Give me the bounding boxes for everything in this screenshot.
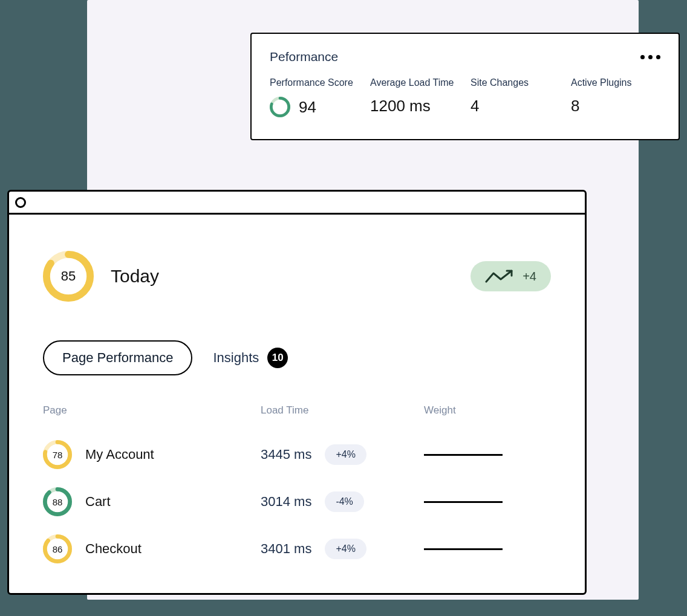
stat-site-changes: Site Changes 4 [470, 77, 555, 117]
window-control-icon[interactable] [15, 197, 26, 208]
stat-label: Site Changes [470, 77, 555, 88]
stat-active-plugins: Active Plugins 8 [571, 77, 656, 117]
trend-pill[interactable]: +4 [470, 261, 551, 291]
today-score-ring: 85 [43, 251, 94, 302]
trend-delta-value: +4 [523, 270, 536, 284]
row-weight-sparkline [424, 501, 503, 503]
stat-value: 1200 ms [370, 97, 455, 115]
insights-count-badge: 10 [267, 348, 288, 368]
row-load-time: 3401 ms [261, 541, 311, 557]
table-row[interactable]: 86Checkout3401 ms+4% [43, 525, 551, 572]
row-score-value: 86 [43, 534, 72, 563]
column-header-weight: Weight [424, 404, 551, 417]
row-delta-pill: +4% [325, 539, 366, 559]
row-score-ring: 86 [43, 534, 72, 563]
row-delta-pill: -4% [325, 491, 363, 512]
row-page-name: My Account [85, 447, 154, 462]
row-delta-pill: +4% [325, 444, 366, 465]
score-ring-icon [270, 97, 290, 117]
stat-performance-score: Performance Score 94 [270, 77, 354, 117]
page-performance-table: Page Load Time Weight 78My Account3445 m… [43, 404, 551, 572]
performance-card-title: Peformance [270, 50, 338, 64]
more-menu-icon[interactable] [640, 55, 660, 59]
row-score-ring: 88 [43, 487, 72, 516]
stat-label: Performance Score [270, 77, 354, 88]
row-weight-sparkline [424, 548, 503, 550]
row-score-ring: 78 [43, 440, 72, 469]
stat-label: Active Plugins [571, 77, 656, 88]
row-page-name: Checkout [85, 541, 142, 557]
performance-card: Peformance Performance Score 94 Average … [250, 33, 680, 140]
stat-value: 4 [470, 97, 555, 115]
row-load-time: 3445 ms [261, 447, 311, 462]
today-score-value: 85 [43, 251, 94, 302]
row-load-time: 3014 ms [261, 494, 311, 510]
row-score-value: 78 [43, 440, 72, 469]
tab-insights-label: Insights [213, 350, 259, 366]
table-row[interactable]: 78My Account3445 ms+4% [43, 431, 551, 478]
row-page-name: Cart [85, 494, 111, 510]
main-window: 85 Today +4 Page Performance Insights 10 [7, 190, 587, 595]
column-header-page: Page [43, 404, 261, 417]
today-label: Today [111, 266, 159, 287]
stat-label: Average Load Time [370, 77, 455, 88]
tab-page-performance[interactable]: Page Performance [43, 340, 192, 375]
column-header-load-time: Load Time [261, 404, 424, 417]
stat-average-load-time: Average Load Time 1200 ms [370, 77, 455, 117]
row-score-value: 88 [43, 487, 72, 516]
trend-up-icon [485, 268, 515, 284]
stat-value: 8 [571, 97, 656, 115]
table-row[interactable]: 88Cart3014 ms-4% [43, 478, 551, 525]
row-weight-sparkline [424, 454, 503, 456]
stat-value: 94 [299, 98, 316, 117]
window-titlebar [9, 192, 585, 215]
tab-insights[interactable]: Insights 10 [213, 348, 288, 368]
